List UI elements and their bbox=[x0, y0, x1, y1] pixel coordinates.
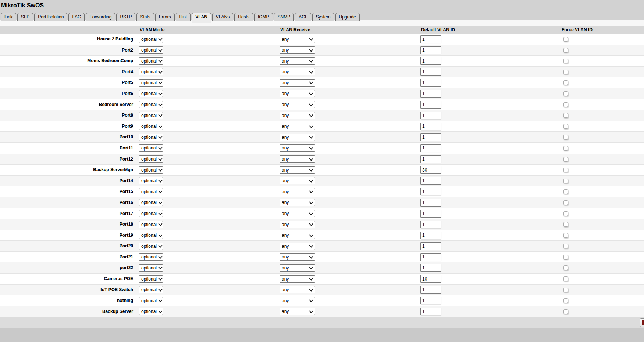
force-vlan-id-checkbox[interactable] bbox=[563, 37, 568, 42]
tab-sfp[interactable]: SFP bbox=[17, 13, 33, 21]
default-vlan-id-input[interactable] bbox=[420, 123, 441, 130]
default-vlan-id-input[interactable] bbox=[420, 221, 441, 228]
default-vlan-id-input[interactable] bbox=[420, 90, 441, 98]
force-vlan-id-checkbox[interactable] bbox=[563, 233, 568, 238]
tab-system[interactable]: System bbox=[312, 13, 334, 21]
default-vlan-id-input[interactable] bbox=[420, 112, 441, 119]
force-vlan-id-checkbox[interactable] bbox=[563, 59, 568, 63]
default-vlan-id-input[interactable] bbox=[420, 35, 441, 43]
default-vlan-id-input[interactable] bbox=[420, 275, 441, 283]
force-vlan-id-checkbox[interactable] bbox=[563, 135, 568, 140]
vlan-receive-select[interactable]: any bbox=[280, 286, 315, 293]
default-vlan-id-input[interactable] bbox=[420, 46, 441, 54]
vlan-receive-select[interactable]: any bbox=[280, 210, 315, 217]
tab-acl[interactable]: ACL bbox=[295, 13, 311, 21]
vlan-receive-select[interactable]: any bbox=[280, 36, 315, 43]
vlan-receive-select[interactable]: any bbox=[280, 177, 315, 184]
force-vlan-id-checkbox[interactable] bbox=[563, 211, 568, 216]
vlan-mode-select[interactable]: optional bbox=[139, 188, 163, 195]
default-vlan-id-input[interactable] bbox=[420, 177, 441, 185]
force-vlan-id-checkbox[interactable] bbox=[563, 298, 568, 303]
vlan-mode-select[interactable]: optional bbox=[139, 243, 163, 250]
vlan-receive-select[interactable]: any bbox=[280, 68, 315, 75]
vlan-receive-select[interactable]: any bbox=[280, 144, 315, 152]
force-vlan-id-checkbox[interactable] bbox=[563, 168, 568, 172]
vlan-receive-select[interactable]: any bbox=[280, 264, 315, 272]
vlan-receive-select[interactable]: any bbox=[280, 123, 315, 130]
default-vlan-id-input[interactable] bbox=[420, 68, 441, 76]
default-vlan-id-input[interactable] bbox=[420, 155, 441, 163]
force-vlan-id-checkbox[interactable] bbox=[563, 157, 568, 162]
tab-hosts[interactable]: Hosts bbox=[234, 13, 253, 21]
tab-upgrade[interactable]: Upgrade bbox=[335, 13, 360, 21]
tab-port-isolation[interactable]: Port Isolation bbox=[34, 13, 67, 21]
default-vlan-id-input[interactable] bbox=[420, 242, 441, 250]
tab-igmp[interactable]: IGMP bbox=[254, 13, 273, 21]
default-vlan-id-input[interactable] bbox=[420, 286, 441, 294]
default-vlan-id-input[interactable] bbox=[420, 264, 441, 272]
vlan-receive-select[interactable]: any bbox=[280, 166, 315, 174]
vlan-mode-select[interactable]: optional bbox=[139, 297, 163, 304]
vlan-mode-select[interactable]: optional bbox=[139, 308, 163, 315]
vlan-receive-select[interactable]: any bbox=[280, 297, 315, 304]
tab-forwarding[interactable]: Forwarding bbox=[86, 13, 115, 21]
vlan-receive-select[interactable]: any bbox=[280, 243, 315, 250]
vlan-mode-select[interactable]: optional bbox=[139, 286, 163, 293]
tab-stats[interactable]: Stats bbox=[136, 13, 154, 21]
default-vlan-id-input[interactable] bbox=[420, 232, 441, 239]
vlan-mode-select[interactable]: optional bbox=[139, 68, 163, 75]
vlan-mode-select[interactable]: optional bbox=[139, 177, 163, 184]
vlan-mode-select[interactable]: optional bbox=[139, 221, 163, 228]
vlan-mode-select[interactable]: optional bbox=[139, 57, 163, 65]
vlan-mode-select[interactable]: optional bbox=[139, 90, 163, 97]
vlan-receive-select[interactable]: any bbox=[280, 79, 315, 87]
default-vlan-id-input[interactable] bbox=[420, 101, 441, 109]
force-vlan-id-checkbox[interactable] bbox=[563, 124, 568, 129]
default-vlan-id-input[interactable] bbox=[420, 79, 441, 87]
vlan-receive-select[interactable]: any bbox=[280, 221, 315, 228]
force-vlan-id-checkbox[interactable] bbox=[563, 222, 568, 227]
tab-lag[interactable]: LAG bbox=[68, 13, 85, 21]
vlan-receive-select[interactable]: any bbox=[280, 308, 315, 315]
default-vlan-id-input[interactable] bbox=[420, 297, 441, 304]
vlan-mode-select[interactable]: optional bbox=[139, 166, 163, 174]
force-vlan-id-checkbox[interactable] bbox=[563, 91, 568, 96]
force-vlan-id-checkbox[interactable] bbox=[563, 244, 568, 248]
vlan-mode-select[interactable]: optional bbox=[139, 253, 163, 261]
vlan-mode-select[interactable]: optional bbox=[139, 134, 163, 141]
vlan-receive-select[interactable]: any bbox=[280, 199, 315, 206]
tab-rstp[interactable]: RSTP bbox=[116, 13, 135, 21]
default-vlan-id-input[interactable] bbox=[420, 188, 441, 195]
vlan-mode-select[interactable]: optional bbox=[139, 79, 163, 87]
force-vlan-id-checkbox[interactable] bbox=[563, 80, 568, 85]
force-vlan-id-checkbox[interactable] bbox=[563, 288, 568, 292]
vlan-mode-select[interactable]: optional bbox=[139, 155, 163, 163]
tab-vlan[interactable]: VLAN bbox=[192, 13, 211, 23]
force-vlan-id-checkbox[interactable] bbox=[563, 179, 568, 183]
vlan-mode-select[interactable]: optional bbox=[139, 36, 163, 43]
vlan-receive-select[interactable]: any bbox=[280, 90, 315, 97]
vlan-receive-select[interactable]: any bbox=[280, 112, 315, 119]
force-vlan-id-checkbox[interactable] bbox=[563, 255, 568, 260]
default-vlan-id-input[interactable] bbox=[420, 133, 441, 141]
force-vlan-id-checkbox[interactable] bbox=[563, 102, 568, 107]
vlan-receive-select[interactable]: any bbox=[280, 57, 315, 65]
vlan-mode-select[interactable]: optional bbox=[139, 264, 163, 272]
vlan-receive-select[interactable]: any bbox=[280, 232, 315, 239]
vlan-receive-select[interactable]: any bbox=[280, 188, 315, 195]
vlan-mode-select[interactable]: optional bbox=[139, 232, 163, 239]
vlan-mode-select[interactable]: optional bbox=[139, 112, 163, 119]
tab-vlans[interactable]: VLANs bbox=[212, 13, 233, 21]
tab-link[interactable]: Link bbox=[1, 13, 16, 21]
default-vlan-id-input[interactable] bbox=[420, 253, 441, 261]
vlan-mode-select[interactable]: optional bbox=[139, 199, 163, 206]
tab-errors[interactable]: Errors bbox=[155, 13, 175, 21]
force-vlan-id-checkbox[interactable] bbox=[563, 48, 568, 53]
force-vlan-id-checkbox[interactable] bbox=[563, 265, 568, 270]
force-vlan-id-checkbox[interactable] bbox=[563, 146, 568, 151]
force-vlan-id-checkbox[interactable] bbox=[563, 276, 568, 281]
default-vlan-id-input[interactable] bbox=[420, 57, 441, 65]
vlan-receive-select[interactable]: any bbox=[280, 101, 315, 108]
vlan-mode-select[interactable]: optional bbox=[139, 144, 163, 152]
force-vlan-id-checkbox[interactable] bbox=[563, 113, 568, 118]
